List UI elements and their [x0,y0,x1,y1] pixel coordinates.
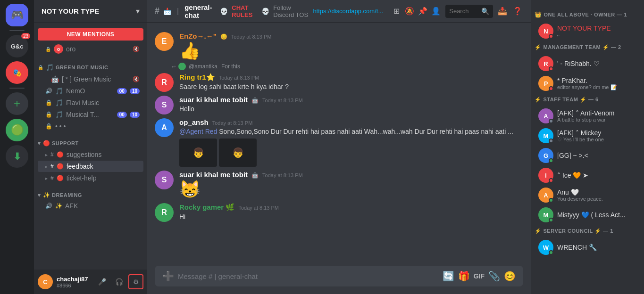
channel-item-feedback[interactable]: ▸ # 🔴 feedback [38,161,143,172]
server-header[interactable]: NOT YOUR TYPE ▾ [34,0,147,23]
notification-icon-btn[interactable]: 🔕 [404,6,415,17]
list-item[interactable]: A [AFK] ˄ Anti-Venom A battle to stop a … [535,106,640,125]
message-content: op_ansh Today at 8:13 PM @Agent Red Sono… [179,118,523,167]
member-info-mistyyy: Mistyyy 💙 ( Less Act... [557,211,636,219]
avatar: S [155,96,174,114]
members-category-council: ⚡ SERVER COUNCIL ⚡ — 1 [535,228,640,234]
members-icon-btn[interactable]: 👤 [430,6,442,17]
chevron-icon-dreaming: ▾ [38,192,41,198]
message-header: suar ki khal me tobit 🤖 Today at 8:13 PM [179,96,523,104]
chat-rules-link[interactable]: CHAT RULES [232,4,258,18]
search-bar[interactable]: 🔍 [445,5,493,18]
channel-item-afk[interactable]: 🔊 ✨ AFK [38,201,143,211]
member-avatar-nyt: N [538,24,553,39]
member-avatar-antivenom: A [538,108,553,123]
sticker-icon[interactable]: 📎 [488,270,500,282]
new-mentions-button[interactable]: NEW MENTIONS [38,28,143,41]
server-icon-download[interactable]: ⬇ [6,145,28,168]
message-input-area: ➕ 🔄 🎁 GIF 📎 😊 [147,266,531,294]
member-info-anu: Anu 🤍 You deserve peace. [557,188,636,202]
mute-button[interactable]: 🎤 [94,274,109,289]
channel-item-dots[interactable]: 🔒 • • • [38,121,143,132]
list-item[interactable]: R ' - RiShabh. ♡ [535,54,640,73]
search-input[interactable] [449,8,478,15]
badge-nemo-2: 10 [130,88,140,94]
chat-header: # 📩 | general-chat 💀 CHAT RULES 💀 Follow… [147,0,531,23]
channel-item-musical[interactable]: 🔒 🎵 Musical T... 00 10 [38,109,143,120]
settings-button[interactable]: ⚙ [128,274,143,289]
channel-item-nemo[interactable]: 🔊 🎵 NemO 00 10 [38,85,143,97]
channel-name-green-music: [ * ] Green Music [62,75,130,83]
message-timestamp: Today at 8:13 PM [238,205,279,211]
chevron-icon-support: ▾ [38,140,41,147]
message-content: Rocky gamer 🌿 Today at 8:13 PM Hi [179,203,523,222]
user-discriminator: #8666 [57,283,91,288]
message-text: Hi [179,212,523,222]
list-item[interactable]: M Mistyyy 💙 ( Less Act... [535,205,640,224]
message-timestamp: Today at 8:13 PM [262,98,303,103]
list-item[interactable]: W WRENCH 🔧 [535,238,640,257]
channel-item-ticket-help[interactable]: ▸ # 🔴 ticket-help [38,172,143,184]
server-icon-discord[interactable]: 🎮 [6,4,28,26]
message-author: Ring tr1⭐ [179,73,215,82]
message-author: EnZo→.←" [179,32,217,40]
member-avatar-rishabh: R [538,56,553,71]
member-name-nyt: NOT YOUR TYPE [557,24,636,32]
server-icon-anime[interactable]: 🎭 [6,61,28,84]
category-dreaming[interactable]: ▾ ✨ DREAMING [34,184,147,200]
member-avatar-mickey: M [538,128,553,143]
server-icon-add[interactable]: + [6,92,28,115]
table-row: S suar ki khal me tobit 🤖 Today at 8:13 … [147,94,531,116]
gif-icon[interactable]: GIF [474,272,485,280]
channel-name-suggestions: suggestions [67,151,140,158]
list-item[interactable]: P * PraKhar. editor anyone? dm me 📝 [535,74,640,93]
channel-item-green-music[interactable]: 🤖 [ * ] Green Music 🔇 [38,74,143,85]
category-label-council: SERVER COUNCIL ⚡ — 1 [544,228,613,234]
server-icon-green[interactable]: 🟢 [6,119,28,141]
category-green-bot-music[interactable]: 🔒 🎵 Green Bot Music [34,56,147,73]
gift-icon[interactable]: 🎁 [458,270,470,282]
inbox-icon-btn[interactable]: 📥 [497,6,508,17]
channel-name-dots: • • • [55,122,140,130]
list-item[interactable]: M [AFK] ˄ Mickey ♡ Yes I'll be the one [535,126,640,145]
nitro-icon[interactable]: 🔄 [443,270,454,282]
pin-icon-btn[interactable]: 📌 [417,6,428,17]
server-divider-2 [9,88,25,89]
hashtag-icon-btn[interactable]: ⊞ [391,6,402,17]
user-avatar: C [38,274,53,289]
hash-icon: # [155,6,159,16]
tos-link[interactable]: https://discordapp.com/t... [313,8,383,15]
member-name-anu: Anu 🤍 [557,188,636,196]
user-avatar-oro: o [54,44,63,54]
channel-name-oro: oro [66,45,130,53]
member-avatar-gg: G [538,148,553,163]
expand-icon: ▸ [45,152,48,157]
member-avatar-wrench: W [538,240,553,255]
channel-item-flavi-music[interactable]: 🔒 🎵 Flavi Music [38,97,143,108]
channel-item-suggestions[interactable]: ▸ # 🔴 suggestions [38,149,143,160]
deafen-button[interactable]: 🎧 [111,274,126,289]
member-info-wrench: WRENCH 🔧 [557,244,636,251]
emoji-icon[interactable]: 😊 [504,270,516,282]
list-item[interactable]: N NOT YOUR TYPE ⌐ [535,22,640,41]
status-badge [549,139,553,143]
list-item[interactable]: I ˄ Ice 🧡 ➤ [535,166,640,185]
category-support[interactable]: ▾ 🔴 SUPPORT [34,132,147,148]
member-name-prakhar: * PraKhar. [557,77,636,84]
member-avatar-ice: I [538,168,553,183]
channel-item-oro[interactable]: 🔒 o oro 🔇 [38,42,143,56]
reply-wrapper: ↩ @amantika For this R Ring tr1⭐ Today a… [147,63,531,94]
channel-name-feedback: feedback [67,163,140,170]
messages-area: E EnZo→.←" 😊 Today at 8:13 PM 👍 ↩ @amant… [147,23,531,266]
expand-icon-ticket: ▸ [45,176,48,181]
badge-musical-1: 00 [117,112,127,118]
plus-icon[interactable]: ➕ [162,270,174,282]
list-item[interactable]: A Anu 🤍 You deserve peace. [535,186,640,204]
member-name-ice: ˄ Ice 🧡 ➤ [557,172,636,179]
member-name-wrench: WRENCH 🔧 [557,244,636,251]
member-info-prakhar: * PraKhar. editor anyone? dm me 📝 [557,77,636,90]
channel-name-afk: AFK [65,202,140,210]
help-icon-btn[interactable]: ❓ [512,6,523,17]
list-item[interactable]: G [GG] ~ >.< [535,146,640,165]
message-input[interactable] [178,268,439,285]
